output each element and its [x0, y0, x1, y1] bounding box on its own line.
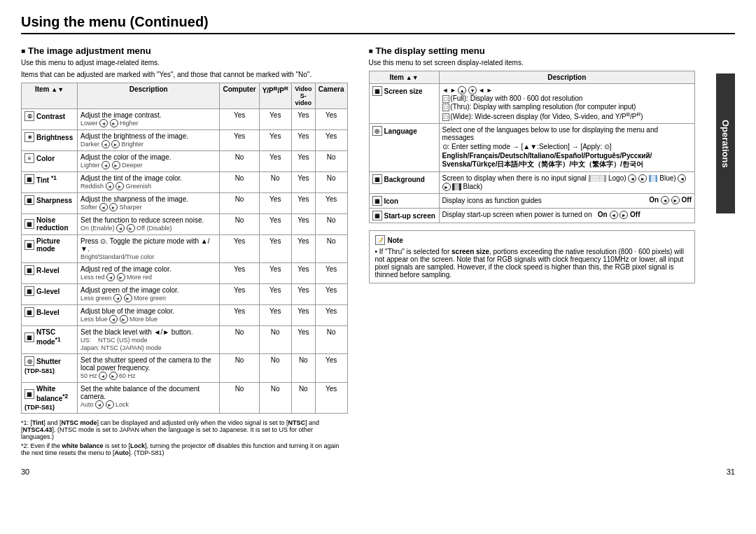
picture-icon: ▦: [24, 240, 34, 250]
col-desc: Description: [78, 83, 220, 109]
note-icon: 📝: [375, 235, 385, 245]
startup-desc: Display start-up screen when power is tu…: [439, 209, 695, 223]
brightness-icon: ☀: [24, 132, 34, 142]
col-svideo: VideoS-video: [291, 83, 315, 109]
rlevel-icon: ▦: [24, 265, 34, 275]
page-number-right: 31: [727, 468, 735, 476]
contrast-icon: ①: [24, 111, 34, 121]
page-numbers: 30 31: [21, 468, 735, 476]
table-row: ▦Noisereduction Set the function to redu…: [22, 214, 348, 235]
image-adjustment-table: Item ▲▼ Description Computer Y/PB/PR Vid…: [21, 83, 348, 414]
left-section-desc2: Items that can be adjusted are marked wi…: [21, 71, 348, 78]
operations-sidebar: Operations: [716, 45, 735, 456]
left-section-title: The image adjustment menu: [21, 45, 348, 56]
display-setting-table: Item ▲▼ Description ▦ Screen size: [369, 71, 696, 223]
table-row: ▦B-level Adjust blue of the image color.…: [22, 305, 348, 326]
footnote-2: *2: Even if the white balance is set to …: [21, 442, 348, 456]
footnote-1: *1: [Tint] and [NTSC mode] can be displa…: [21, 419, 348, 440]
note-title: 📝 Note: [375, 235, 690, 245]
page-number-left: 30: [21, 468, 29, 476]
icon-desc: Display icons as function guides On ◄ ► …: [439, 194, 695, 209]
table-row: ▦G-level Adjust green of the image color…: [22, 284, 348, 305]
col-ypbpr: Y/PB/PR: [259, 83, 291, 109]
glevel-icon: ▦: [24, 286, 34, 296]
display-col-item: Item ▲▼: [369, 71, 439, 84]
noise-icon: ▦: [24, 219, 34, 229]
right-column: The display setting menu Use this menu t…: [369, 45, 696, 456]
ntsc-label: NTSC mode*1: [36, 328, 74, 346]
table-row: ①Contrast Adjust the image contrast.Lowe…: [22, 109, 348, 130]
left-section-desc1: Use this menu to adjust image-related it…: [21, 59, 348, 66]
color-label: Color: [36, 155, 55, 162]
note-text: • If "Thru" is selected for screen size,…: [375, 248, 690, 279]
table-row: ◎Shutter (TDP-S81) Set the shutter speed…: [22, 354, 348, 383]
blevel-icon: ▦: [24, 307, 34, 317]
color-icon: ≡: [24, 153, 34, 163]
shutter-desc: Set the shutter speed of the camera to t…: [78, 354, 220, 383]
table-row: ▦Whitebalance*2 (TDP-S81) Set the white …: [22, 383, 348, 414]
tint-label: Tint *1: [36, 174, 57, 184]
screensize-label: Screen size: [384, 87, 423, 95]
background-label: Background: [384, 176, 425, 183]
shutter-icon: ◎: [24, 356, 34, 366]
rlevel-label: R-level: [36, 267, 59, 274]
note-box: 📝 Note • If "Thru" is selected for scree…: [369, 230, 696, 283]
ntsc-desc: Set the black level with ◄/► button.US: …: [78, 326, 220, 354]
table-row: ☀Brightness Adjust the brightness of the…: [22, 130, 348, 151]
glevel-label: G-level: [36, 288, 59, 295]
startup-icon: ▦: [372, 211, 382, 220]
operations-tab-label: Operations: [716, 73, 735, 213]
glevel-desc: Adjust green of the image color.Less gre…: [78, 284, 220, 305]
table-row: ▦ Start-up screen Display start-up scree…: [369, 209, 695, 223]
right-section-desc: Use this menu to set screen display-rela…: [369, 59, 696, 66]
table-row: ◎ Language Select one of the languages b…: [369, 124, 695, 172]
blevel-desc: Adjust blue of the image color.Less blue…: [78, 305, 220, 326]
table-row: ▦Tint *1 Adjust the tint of the image co…: [22, 172, 348, 193]
table-row: ▦R-level Adjust red of the image color.L…: [22, 263, 348, 284]
icon-icon: ▦: [372, 196, 382, 206]
sharpness-icon: ▦: [24, 195, 34, 205]
sharpness-label: Sharpness: [36, 197, 72, 204]
whitebalance-label: Whitebalance*2: [36, 385, 68, 402]
picture-desc: Press ⊙. Toggle the picture mode with ▲/…: [78, 235, 220, 263]
noise-label: Noisereduction: [36, 216, 69, 232]
shutter-label: Shutter: [36, 358, 61, 365]
language-desc: Select one of the languages below to use…: [439, 124, 695, 172]
table-row: ≡Color Adjust the color of the image.Lig…: [22, 151, 348, 172]
table-row: ▦Picturemode Press ⊙. Toggle the picture…: [22, 235, 348, 263]
footnotes: *1: [Tint] and [NTSC mode] can be displa…: [21, 419, 348, 456]
rlevel-desc: Adjust red of the image color.Less red ◄…: [78, 263, 220, 284]
language-label: Language: [384, 127, 417, 135]
left-column: The image adjustment menu Use this menu …: [21, 45, 348, 456]
background-icon: ▦: [372, 174, 382, 184]
whitebalance-model: (TDP-S81): [24, 404, 74, 411]
contrast-label: Contrast: [36, 113, 65, 120]
page-title: Using the menu (Continued): [21, 14, 735, 34]
tint-desc: Adjust the tint of the image color.Reddi…: [78, 172, 220, 193]
table-row: ▦Sharpness Adjust the sharpness of the i…: [22, 193, 348, 214]
language-icon: ◎: [372, 126, 382, 136]
shutter-model: (TDP-S81): [24, 367, 74, 374]
startup-label: Start-up screen: [384, 212, 435, 220]
tint-icon: ▦: [24, 174, 34, 184]
table-row: ▦ Screen size ◄ ► ▲ ▼ ◄ ► □(Full): Displ…: [369, 84, 695, 124]
icon-label: Icon: [384, 197, 399, 205]
display-col-desc: Description: [439, 71, 695, 84]
blevel-label: B-level: [36, 309, 59, 316]
right-section-title: The display setting menu: [369, 45, 696, 56]
brightness-label: Brightness: [36, 134, 73, 141]
picture-label: Picturemode: [36, 237, 60, 253]
color-desc: Adjust the color of the image.Lighter ◄ …: [78, 151, 220, 172]
table-row: ▦ Background Screen to display when ther…: [369, 172, 695, 194]
noise-desc: Set the function to reduce screen noise.…: [78, 214, 220, 235]
col-item: Item ▲▼: [22, 83, 78, 109]
sharpness-desc: Adjust the sharpness of the image.Softer…: [78, 193, 220, 214]
col-computer: Computer: [220, 83, 259, 109]
whitebalance-icon: ▦: [24, 389, 34, 399]
brightness-desc: Adjust the brightness of the image.Darke…: [78, 130, 220, 151]
background-desc: Screen to display when there is no input…: [439, 172, 695, 194]
col-camera: Camera: [315, 83, 347, 109]
table-row: ▦ Icon Display icons as function guides …: [369, 194, 695, 209]
contrast-desc: Adjust the image contrast.Lower ◄ ► High…: [78, 109, 220, 130]
ntsc-icon: ▦: [24, 332, 34, 342]
